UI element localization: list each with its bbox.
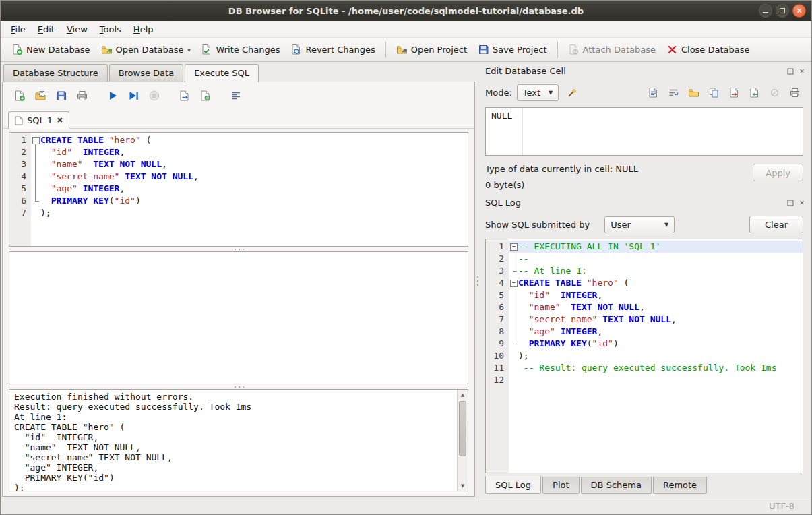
revert-changes-icon — [290, 44, 302, 55]
float-dock-icon[interactable] — [786, 67, 795, 76]
execute-all-icon — [106, 90, 119, 102]
results-grid[interactable] — [9, 251, 468, 384]
execute-sql-panel: SQL 1 ✖ 1CREATE TABLE "hero" (2 "id" INT… — [2, 82, 475, 497]
open-cell-file-button[interactable] — [685, 84, 702, 101]
line-number: 5 — [9, 183, 31, 195]
fold-marker-icon[interactable] — [509, 277, 518, 289]
cell-value-editor[interactable]: NULL — [485, 107, 803, 156]
main-splitter[interactable] — [475, 63, 480, 497]
open-sql-file-button[interactable] — [32, 87, 49, 104]
dock-tab-db-schema[interactable]: DB Schema — [581, 477, 652, 494]
clear-log-button[interactable]: Clear — [749, 216, 803, 233]
execution-log[interactable]: Execution finished without errors. Resul… — [9, 389, 468, 491]
filter-label: Show SQL submitted by — [485, 220, 590, 230]
code-line-5: 5 "id" INTEGER, — [486, 289, 803, 301]
open-project-button[interactable]: Open Project — [391, 40, 472, 59]
menu-tools[interactable]: Tools — [94, 22, 127, 36]
text-view-button[interactable] — [644, 84, 662, 101]
tab-browse-data[interactable]: Browse Data — [109, 64, 184, 82]
main-toolbar: New Database Open Database ▾ Write Chang… — [1, 37, 811, 62]
tab-execute-sql[interactable]: Execute SQL — [185, 64, 259, 82]
attach-database-button[interactable]: Attach Database — [563, 40, 661, 59]
sql-editor[interactable]: 1CREATE TABLE "hero" (2 "id" INTEGER,3 "… — [9, 132, 468, 247]
revert-changes-button[interactable]: Revert Changes — [285, 40, 380, 59]
menu-edit[interactable]: Edit — [32, 22, 61, 36]
sql-log-viewer[interactable]: 1-- EXECUTING ALL IN 'SQL 1'2--3-- At li… — [485, 239, 803, 473]
minimize-button[interactable] — [759, 4, 772, 18]
save-sql-file-button[interactable] — [53, 87, 70, 104]
encoding-indicator[interactable]: UTF-8 — [769, 501, 794, 511]
tab-database-structure[interactable]: Database Structure — [3, 64, 108, 82]
code-text: PRIMARY KEY("id") — [518, 338, 803, 350]
code-text: -- Result: query executed successfully. … — [518, 362, 803, 374]
menu-file[interactable]: File — [5, 22, 32, 36]
fold-guide — [509, 289, 518, 301]
write-changes-button[interactable]: Write Changes — [195, 40, 285, 59]
auto-switch-mode-button[interactable] — [563, 84, 581, 101]
sql-toolbar — [3, 82, 474, 109]
open-database-button[interactable]: Open Database ▾ — [96, 40, 196, 59]
line-number: 12 — [486, 374, 509, 386]
line-number: 10 — [486, 350, 509, 362]
splitter-handle[interactable] — [9, 384, 468, 389]
code-text: PRIMARY KEY("id") — [40, 195, 468, 207]
apply-button[interactable]: Apply — [753, 164, 803, 181]
execute-all-button[interactable] — [104, 87, 121, 104]
dock-tab-plot[interactable]: Plot — [542, 477, 580, 494]
print-cell-button[interactable] — [786, 84, 803, 101]
export-cell-button[interactable] — [725, 84, 743, 101]
line-number: 4 — [9, 171, 31, 183]
stop-execution-button[interactable] — [146, 87, 163, 104]
close-dock-icon[interactable]: ✕ — [797, 198, 807, 208]
print-sql-button[interactable] — [73, 87, 91, 104]
code-text: ); — [518, 350, 803, 362]
dock-tab-sql-log[interactable]: SQL Log — [485, 476, 541, 494]
close-button[interactable]: ✕ — [792, 4, 806, 18]
code-text: ); — [40, 207, 468, 219]
close-tab-icon[interactable]: ✖ — [57, 116, 63, 125]
maximize-button[interactable] — [776, 4, 789, 18]
dock-tab-remote[interactable]: Remote — [653, 477, 707, 494]
fold-marker-icon[interactable] — [31, 134, 40, 146]
export-results-button[interactable] — [176, 87, 193, 104]
format-sql-button[interactable] — [227, 87, 245, 104]
menu-help[interactable]: Help — [127, 22, 160, 36]
import-cell-button[interactable] — [745, 84, 763, 101]
save-project-button[interactable]: Save Project — [472, 40, 553, 59]
text-doc-icon — [648, 87, 659, 98]
close-dock-icon[interactable]: ✕ — [797, 67, 807, 76]
code-text: CREATE TABLE "hero" ( — [40, 134, 468, 146]
word-wrap-button[interactable] — [664, 84, 682, 101]
chevron-down-icon: ▾ — [187, 47, 190, 55]
code-text: "name" TEXT NOT NULL, — [518, 301, 803, 313]
code-text: "secret_name" TEXT NOT NULL, — [40, 171, 468, 183]
open-project-label: Open Project — [411, 44, 467, 55]
copy-cell-button[interactable] — [705, 84, 722, 101]
new-sql-tab-button[interactable] — [11, 87, 28, 104]
code-text: -- EXECUTING ALL IN 'SQL 1' — [518, 241, 803, 253]
save-results-view-button[interactable] — [197, 87, 214, 104]
code-line-3: 3 "name" TEXT NOT NULL, — [9, 158, 468, 171]
scrollbar-thumb[interactable] — [459, 401, 466, 456]
set-null-button[interactable] — [766, 84, 783, 101]
sql-file-tab[interactable]: SQL 1 ✖ — [8, 111, 69, 129]
code-line-2: 2 "id" INTEGER, — [9, 146, 468, 158]
close-database-button[interactable]: Close Database — [661, 40, 755, 59]
fold-marker-icon[interactable] — [509, 241, 518, 253]
cell-info-row: Type of data currently in cell: NULL 0 b… — [480, 156, 810, 195]
new-database-button[interactable]: New Database — [6, 40, 96, 59]
titlebar[interactable]: DB Browser for SQLite - /home/user/code/… — [1, 1, 811, 21]
scroll-down-icon[interactable]: ▼ — [458, 481, 468, 491]
code-text — [518, 374, 803, 386]
menu-view[interactable]: View — [61, 22, 94, 36]
float-dock-icon[interactable] — [786, 198, 795, 208]
splitter-handle[interactable] — [9, 247, 468, 251]
scrollbar[interactable]: ▲ ▼ — [457, 390, 468, 491]
scroll-up-icon[interactable]: ▲ — [458, 390, 468, 400]
mode-select[interactable]: Text ▼ — [517, 84, 559, 101]
edit-cell-dock-header: Edit Database Cell ✕ — [480, 63, 810, 79]
stop-icon — [148, 90, 160, 102]
execute-line-button[interactable] — [125, 87, 142, 104]
scrollbar-track[interactable] — [458, 400, 468, 481]
submitted-by-select[interactable]: User ▼ — [604, 216, 675, 233]
